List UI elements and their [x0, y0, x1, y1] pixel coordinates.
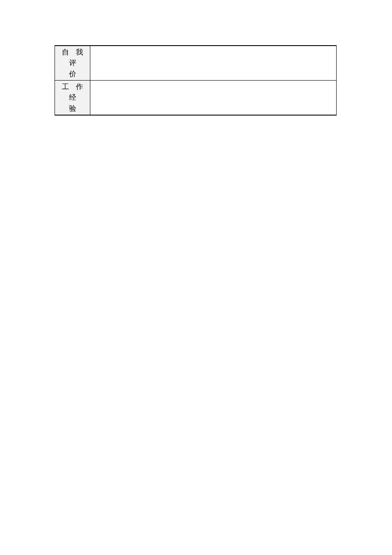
row-label-self-evaluation: 自 我 评 价: [55, 46, 90, 80]
label-line2: 验: [57, 103, 88, 114]
label-line1: 工 作 经: [57, 81, 88, 103]
table-row: 自 我 评 价: [55, 46, 337, 81]
label-line2: 价: [57, 69, 88, 80]
table-row: 工 作 经 验: [55, 81, 337, 115]
row-content-self-evaluation: [90, 46, 337, 80]
row-label-work-experience: 工 作 经 验: [55, 81, 90, 115]
label-line1: 自 我 评: [57, 47, 88, 69]
row-content-work-experience: [90, 81, 337, 115]
form-table: 自 我 评 价 工 作 经 验: [55, 45, 337, 116]
